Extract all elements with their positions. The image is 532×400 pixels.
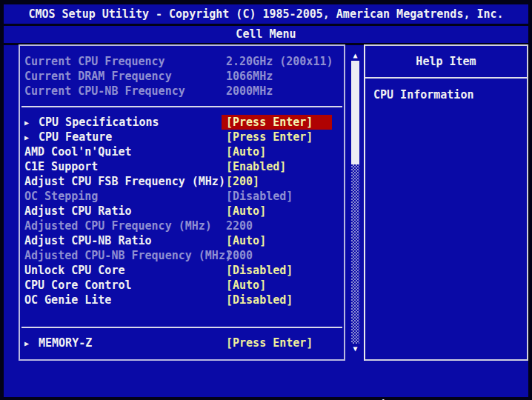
scroll-down-icon[interactable]: ▼ <box>350 344 360 354</box>
item-label: CPU Feature <box>39 130 112 144</box>
menu-item-oc-stepping: OC Stepping[Disabled] <box>20 189 344 204</box>
separator <box>21 327 342 328</box>
bios-screen: CMOS Setup Utility - Copyright (C) 1985-… <box>4 4 528 397</box>
item-value: [Auto] <box>222 204 270 219</box>
help-panel-title: Help Item <box>365 46 527 79</box>
item-value: 2000MHz <box>222 84 277 99</box>
item-label: MEMORY-Z <box>39 336 92 350</box>
menu-item-unlock-cpu-core[interactable]: Unlock CPU Core[Disabled] <box>20 263 344 278</box>
item-label: Adjusted CPU Frequency (MHz) <box>24 219 212 233</box>
scrollbar-thumb[interactable] <box>351 61 359 164</box>
item-label: OC Stepping <box>24 190 98 203</box>
scrollbar-track[interactable] <box>351 164 359 344</box>
item-label: CPU Core Control <box>24 279 132 292</box>
item-value: [Auto] <box>222 144 270 159</box>
item-label: Adjust CPU FSB Frequency (MHz) <box>24 175 225 188</box>
menu-item-cpu-core-control[interactable]: CPU Core Control[Auto] <box>20 278 344 293</box>
submenu-arrow-icon: ▶ <box>24 130 39 145</box>
help-panel-content: CPU Information <box>365 79 527 101</box>
menu-item-adjust-cpu-nb-ratio[interactable]: Adjust CPU-NB Ratio[Auto] <box>20 233 344 248</box>
spacer <box>20 307 344 319</box>
item-value: 2200 <box>222 219 257 233</box>
item-label: AMD Cool'n'Quiet <box>24 145 132 159</box>
item-label: Unlock CPU Core <box>24 264 124 277</box>
item-value: [Press Enter] <box>222 130 317 144</box>
item-label: Adjust CPU Ratio <box>24 204 132 218</box>
page-title: Cell Menu <box>4 26 528 45</box>
item-value: [Disabled] <box>222 189 297 204</box>
menu-item-adjusted-cpu-nb-frequency: Adjusted CPU-NB Frequency (MHz)2000 <box>20 248 344 263</box>
item-value: [Press Enter] <box>222 336 317 350</box>
settings-list: Current CPU Frequency2.20GHz (200x11) Cu… <box>19 44 345 361</box>
item-value: [Disabled] <box>222 263 297 278</box>
scrollbar[interactable]: ▲ ▼ <box>350 50 360 354</box>
item-label: Adjust CPU-NB Ratio <box>24 234 152 247</box>
menu-item-current-cpu-nb-frequency: Current CPU-NB Frequency2000MHz <box>20 84 344 99</box>
separator <box>21 106 342 107</box>
menu-item-amd-cool-n-quiet[interactable]: AMD Cool'n'Quiet[Auto] <box>20 144 344 159</box>
item-label: C1E Support <box>24 160 98 173</box>
menu-item-oc-genie-lite[interactable]: OC Genie Lite[Disabled] <box>20 293 344 307</box>
item-value: 2000 <box>222 248 257 263</box>
menu-item-adjust-cpu-ratio[interactable]: Adjust CPU Ratio[Auto] <box>20 204 344 219</box>
item-label: Adjusted CPU-NB Frequency (MHz) <box>24 249 232 262</box>
submenu-arrow-icon: ▶ <box>24 336 39 351</box>
menu-item-c1e-support[interactable]: C1E Support[Enabled] <box>20 159 344 174</box>
scroll-up-icon[interactable]: ▲ <box>350 50 360 61</box>
menu-item-current-cpu-frequency: Current CPU Frequency2.20GHz (200x11) <box>20 54 344 69</box>
item-value: 1066MHz <box>222 69 277 84</box>
item-value: 2.20GHz (200x11) <box>222 54 338 69</box>
item-value: [Press Enter] <box>222 115 332 130</box>
title-bar: CMOS Setup Utility - Copyright (C) 1985-… <box>4 4 528 26</box>
menu-item-adjusted-cpu-frequency: Adjusted CPU Frequency (MHz)2200 <box>20 219 344 233</box>
item-label: CPU Specifications <box>39 116 159 129</box>
item-label: Current DRAM Frequency <box>24 70 172 83</box>
item-value: [Auto] <box>222 233 270 248</box>
bios-screen-frame: CMOS Setup Utility - Copyright (C) 1985-… <box>0 0 532 400</box>
menu-item-cpu-specifications[interactable]: ▶CPU Specifications[Press Enter] <box>20 115 344 130</box>
item-value: [Enabled] <box>222 159 290 174</box>
menu-item-adjust-cpu-fsb-frequency[interactable]: Adjust CPU FSB Frequency (MHz)[200] <box>20 174 344 189</box>
menu-item-current-dram-frequency: Current DRAM Frequency1066MHz <box>20 69 344 84</box>
help-panel: Help Item CPU Information <box>365 44 528 361</box>
item-value: [200] <box>222 174 264 189</box>
item-label: OC Genie Lite <box>24 293 111 307</box>
menu-item-cpu-feature[interactable]: ▶CPU Feature[Press Enter] <box>20 130 344 144</box>
menu-item-memory-z[interactable]: ▶MEMORY-Z[Press Enter] <box>20 336 344 350</box>
item-value: [Disabled] <box>222 293 297 307</box>
hotkey-help-bar: ↑↓←→:Move Enter:Select +/-/:Value F10:Sa… <box>4 365 528 397</box>
item-label: Current CPU Frequency <box>24 55 165 68</box>
item-label: Current CPU-NB Frequency <box>24 84 185 98</box>
item-value: [Auto] <box>222 278 270 293</box>
submenu-arrow-icon: ▶ <box>24 116 39 130</box>
